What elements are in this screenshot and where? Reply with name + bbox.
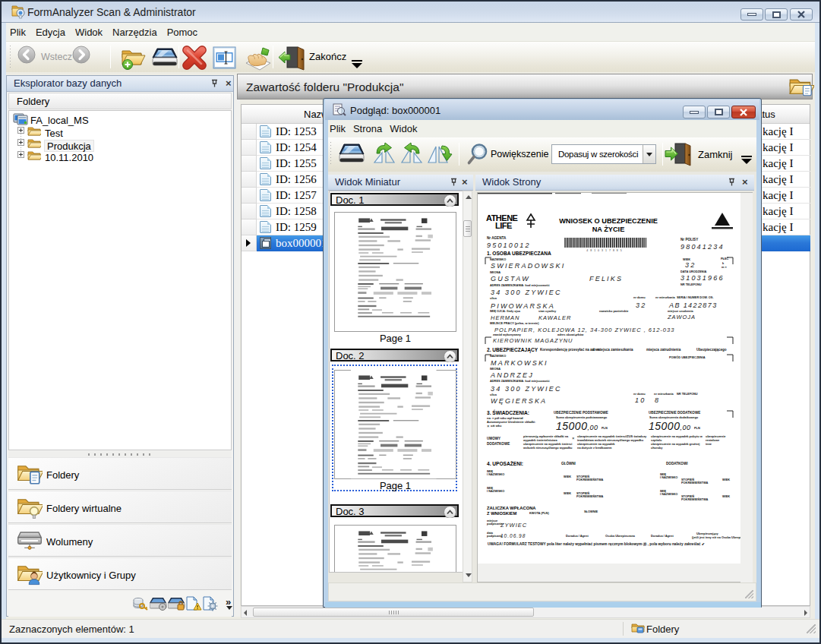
svg-text:DODATKOWE: DODATKOWE [487,442,510,446]
svg-text:KAWALER: KAWALER [538,314,571,321]
svg-text:KWOTA (PLN): KWOTA (PLN) [529,511,549,515]
svg-text:WNIOSEK O UBEZPIECZENIE: WNIOSEK O UBEZPIECZENIE [559,217,658,225]
svg-text:POKREWIEŃSTWA: POKREWIEŃSTWA [681,481,708,485]
svg-text:NR TELEFONU: NR TELEFONU [677,392,698,396]
svg-text:DATA URODZENIA: DATA URODZENIA [680,270,706,273]
svg-text:zawód wykonywany: zawód wykonywany [493,333,522,336]
svg-text:8: 8 [655,396,660,404]
svg-text:miejsca zatrudnienia: miejsca zatrudnienia [646,348,681,352]
svg-text:1. OSOBA UBEZPIECZANA: 1. OSOBA UBEZPIECZANA [487,251,551,256]
svg-text:IMIĘ OJCA: lledy ojca: IMIĘ OJCA: lledy ojca [490,309,521,313]
svg-text:NR TELEFONU: NR TELEFONU [680,283,702,286]
svg-text:Suma ubezpieczenia dodatkowego: Suma ubezpieczenia dodatkowego [649,415,699,419]
svg-text:HERMAN: HERMAN [491,314,520,321]
svg-text:10: 10 [635,396,646,404]
svg-text:Doradca / Agent: Doradca / Agent [651,534,674,538]
svg-text:SWIERADOWSKI: SWIERADOWSKI [491,262,565,270]
svg-text:MARKOWSKI: MARKOWSKI [491,359,548,367]
svg-text:miejsca zamieszkania: miejsca zamieszkania [597,348,633,352]
svg-text:SERIA I NUMER DOW. OS.: SERIA I NUMER DOW. OS. [677,295,714,299]
svg-text:inne: inne [706,442,712,446]
svg-text:DODATKOWI: DODATKOWI [666,462,688,466]
svg-text:34 300 ZYWIEC: 34 300 ZYWIEC [491,289,562,296]
svg-text:Osoba Ubezpieczana: Osoba Ubezpieczana [605,534,636,538]
svg-text:UBEZPIECZENIE DODATKOWE: UBEZPIECZENIE DODATKOWE [649,411,700,415]
svg-text:3. ŚWIADCZENIA:: 3. ŚWIADCZENIA: [487,409,529,415]
svg-text:nr domu: nr domu [633,295,646,299]
svg-text:Nr AGENTA: Nr AGENTA [487,236,507,240]
svg-text:UWAGA! FORMULARZ TESTOWY pola: UWAGA! FORMULARZ TESTOWY pola liter nale… [488,541,705,547]
svg-text:31031966: 31031966 [680,274,725,282]
svg-text:32: 32 [685,261,696,269]
svg-text:nr mieszkania: nr mieszkania [654,392,674,396]
svg-text:32: 32 [636,301,646,309]
svg-text:95010012: 95010012 [487,242,531,249]
svg-text:choroby: choroby [651,446,663,450]
svg-text:ANDRZEJ: ANDRZEJ [490,371,534,379]
svg-text:WIEK: WIEK [564,491,571,495]
svg-text:GŁÓWNI: GŁÓWNI [561,460,576,466]
svg-text:POKREWIEŃSTWA: POKREWIEŃSTWA [681,497,708,501]
svg-text:(jeśli jest inny niż na Osoba: (jeśli jest inny niż na Osoba Ubezpiecza… [692,535,740,539]
svg-text:NAZWISKO: NAZWISKO [490,354,506,358]
svg-text:stan cywilny: stan cywilny [538,309,557,313]
svg-text:Ubezpieczającego: Ubezpieczającego [696,348,727,352]
svg-text:LIFE: LIFE [495,221,512,230]
svg-text:nr domu: nr domu [633,392,646,396]
svg-text:×: × [572,436,575,440]
svg-text:ZYWIEC: ZYWIEC [500,522,527,529]
svg-text:POKREWIEŃSTWA: POKREWIEŃSTWA [576,494,603,498]
svg-text:SŁOWNIE: SŁOWNIE [584,510,598,513]
svg-text:WIEK: WIEK [564,475,571,478]
svg-text:MIEJSCE PRACY (pełna, w tereni: MIEJSCE PRACY (pełna, w terenie) [490,321,539,325]
svg-text:Z WNIOSKIEM: Z WNIOSKIEM [487,511,516,516]
svg-text:15000,00: 15000,00 [649,420,690,432]
svg-text:98041234: 98041234 [680,243,725,251]
svg-text:na dożycie z kredkowem: na dożycie z kredkowem [577,446,612,450]
svg-text:I NAZWISKO: I NAZWISKO [660,475,677,479]
svg-text:nr mieszkania: nr mieszkania [655,295,676,299]
svg-text:WIEK: WIEK [722,494,730,498]
svg-text:Suma ubezpieczenia podstawoweg: Suma ubezpieczenia podstawowego [556,415,608,419]
svg-text:WIEK: WIEK [722,478,730,481]
svg-text:POKREWIEŃSTWA: POKREWIEŃSTWA [576,478,603,481]
svg-text:4. UPOSAŻENI:: 4. UPOSAŻENI: [487,461,523,466]
svg-text:m ×: m × [722,265,728,269]
svg-text:I NAZWISKO: I NAZWISKO [660,492,677,496]
svg-text:WĘGIERSKA: WĘGIERSKA [491,397,547,405]
svg-text:34 300 ZYWIEC: 34 300 ZYWIEC [491,385,562,393]
svg-text:IMIONA: IMIONA [490,270,500,274]
svg-text:NAZWISKO: NAZWISKO [490,257,506,261]
svg-text:ożt wku: ożt wku [491,424,502,428]
svg-text:PLN: PLN [694,426,700,430]
svg-text:ulica: ulica [490,296,497,300]
svg-text:ulica: ulica [490,393,497,396]
svg-text:I NAZWISKO: I NAZWISKO [487,472,504,476]
svg-text:adres obowiązków: adres obowiązków [557,333,584,336]
svg-text:ZAWOJA: ZAWOJA [667,314,696,320]
svg-text:15000,00: 15000,00 [556,420,598,432]
svg-text:GUSTAW: GUSTAW [491,275,530,283]
svg-text:ADRES ZAMIESZKANIA: kod m: ADRES ZAMIESZKANIA: kod miejscowość [490,379,551,383]
svg-text:×: × [592,347,595,352]
svg-text:ADRES ZAMIESZKANIA: kod m: ADRES ZAMIESZKANIA: kod miejscowość [490,283,551,287]
svg-text:UBEZPIECZENIE PODSTAWOWE: UBEZPIECZENIE PODSTAWOWE [554,411,608,415]
svg-text:FELIKS: FELIKS [589,275,623,283]
svg-text:×: × [487,424,490,428]
svg-text:Doradca / Agent: Doradca / Agent [566,534,589,538]
svg-text:Nr POLISY: Nr POLISY [680,238,698,242]
svg-text:POWÓD UBEZPIECZENIA: POWÓD UBEZPIECZENIA [669,355,706,359]
svg-text:KIEROWNIK MAGAZYNU: KIEROWNIK MAGAZYNU [493,337,573,344]
svg-text:wskutek nieszczęśliwego wypadk: wskutek nieszczęśliwego wypadku [523,446,573,450]
svg-text:10.06.98: 10.06.98 [500,533,526,538]
svg-text:NA ŻYCIE: NA ŻYCIE [592,226,625,233]
svg-text:POLPAPIER, KOLEJOWA 12, 34-: POLPAPIER, KOLEJOWA 12, 34-300 ZYWIEC , … [494,327,674,333]
svg-text:ZALICZKA WPŁACONA: ZALICZKA WPŁACONA [487,506,536,510]
svg-text:I NAZWISKO: I NAZWISKO [487,489,504,493]
svg-text:4810317885: 4810317885 [586,249,624,252]
svg-text:2. UBEZPIECZAJĄCY: 2. UBEZPIECZAJĄCY [487,347,538,353]
svg-text:IMIONA: IMIONA [490,367,500,371]
svg-text:UMOWY: UMOWY [487,437,500,440]
svg-text:PLN: PLN [602,426,608,430]
svg-text:miejsce urodzenia: miejsce urodzenia [668,309,694,313]
